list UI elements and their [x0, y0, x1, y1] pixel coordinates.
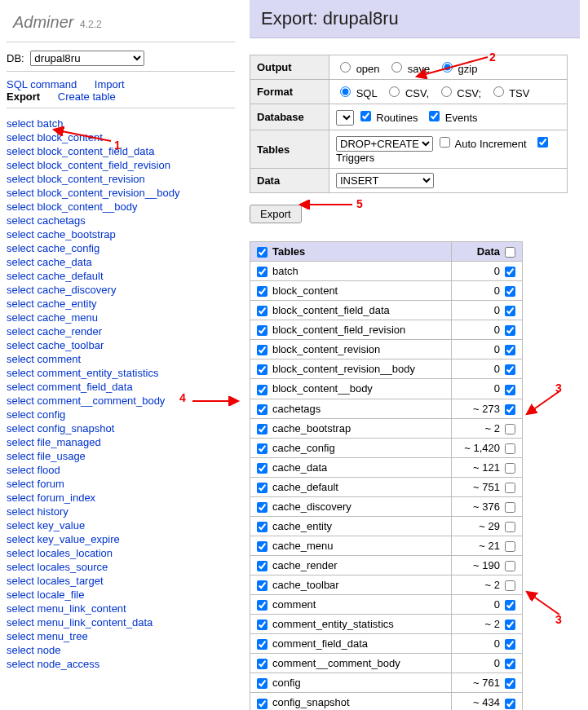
- menu-import[interactable]: Import: [95, 78, 125, 90]
- table-data-checkbox[interactable]: [505, 659, 515, 669]
- sidebar-table-link[interactable]: select block_content__body: [7, 200, 235, 214]
- table-data-checkbox[interactable]: [505, 306, 515, 316]
- format-sql[interactable]: SQL: [336, 87, 378, 99]
- output-gzip[interactable]: gzip: [438, 63, 477, 75]
- sidebar-table-link[interactable]: select block_content_revision__body: [7, 186, 235, 200]
- format-csv-semi[interactable]: CSV;: [437, 87, 481, 99]
- sidebar-table-link[interactable]: select flood: [7, 463, 235, 477]
- database-events[interactable]: Events: [426, 112, 477, 124]
- sidebar-table-link[interactable]: select menu_link_content_data: [7, 615, 235, 629]
- table-data-checkbox[interactable]: [505, 385, 515, 395]
- tables-check-all[interactable]: [257, 247, 267, 258]
- table-export-checkbox[interactable]: [257, 483, 267, 493]
- table-data-checkbox[interactable]: [505, 286, 515, 297]
- sidebar-table-link[interactable]: select menu_link_content: [7, 602, 235, 615]
- table-export-checkbox[interactable]: [257, 502, 267, 513]
- table-export-checkbox[interactable]: [257, 639, 267, 650]
- table-data-checkbox[interactable]: [505, 424, 515, 434]
- table-export-checkbox[interactable]: [257, 424, 267, 434]
- table-export-checkbox[interactable]: [257, 678, 267, 689]
- table-export-checkbox[interactable]: [257, 385, 267, 395]
- sidebar-table-link[interactable]: select locale_file: [7, 588, 235, 602]
- db-select[interactable]: drupal8ru: [30, 51, 144, 66]
- database-routines[interactable]: Routines: [357, 112, 418, 124]
- sidebar-table-link[interactable]: select block_content_field_data: [7, 144, 235, 158]
- sidebar-table-link[interactable]: select comment: [7, 352, 235, 366]
- table-export-checkbox[interactable]: [257, 463, 267, 474]
- sidebar-table-link[interactable]: select locales_source: [7, 560, 235, 574]
- table-data-checkbox[interactable]: [505, 639, 515, 650]
- sidebar-table-link[interactable]: select file_managed: [7, 435, 235, 449]
- sidebar-table-link[interactable]: select cache_data: [7, 255, 235, 269]
- sidebar-table-link[interactable]: select locales_location: [7, 546, 235, 560]
- table-data-checkbox[interactable]: [505, 600, 515, 611]
- table-export-checkbox[interactable]: [257, 364, 267, 375]
- sidebar-table-link[interactable]: select forum_index: [7, 491, 235, 505]
- sidebar-table-link[interactable]: select node_access: [7, 657, 235, 671]
- table-export-checkbox[interactable]: [257, 699, 267, 709]
- sidebar-table-link[interactable]: select block_content_field_revision: [7, 158, 235, 172]
- sidebar-table-link[interactable]: select cache_render: [7, 324, 235, 338]
- table-data-checkbox[interactable]: [505, 345, 515, 355]
- table-export-checkbox[interactable]: [257, 306, 267, 316]
- table-data-checkbox[interactable]: [505, 267, 515, 277]
- sidebar-table-link[interactable]: select comment__comment_body: [7, 394, 235, 408]
- table-export-checkbox[interactable]: [257, 267, 267, 277]
- sidebar-table-link[interactable]: select key_value_expire: [7, 532, 235, 546]
- table-export-checkbox[interactable]: [257, 620, 267, 630]
- table-data-checkbox[interactable]: [505, 443, 515, 454]
- table-data-checkbox[interactable]: [505, 483, 515, 493]
- sidebar-table-link[interactable]: select comment_entity_statistics: [7, 366, 235, 380]
- sidebar-table-link[interactable]: select history: [7, 505, 235, 518]
- sidebar-table-link[interactable]: select file_usage: [7, 449, 235, 463]
- sidebar-table-link[interactable]: select cache_toolbar: [7, 338, 235, 352]
- table-data-checkbox[interactable]: [505, 580, 515, 591]
- tables-mode-select[interactable]: DROP+CREATE: [336, 136, 433, 152]
- sidebar-table-link[interactable]: select comment_field_data: [7, 380, 235, 394]
- table-export-checkbox[interactable]: [257, 286, 267, 297]
- table-data-checkbox[interactable]: [505, 463, 515, 474]
- data-mode-select[interactable]: INSERT: [336, 173, 434, 188]
- sidebar-table-link[interactable]: select cache_default: [7, 269, 235, 283]
- output-save[interactable]: save: [387, 63, 430, 75]
- table-export-checkbox[interactable]: [257, 600, 267, 611]
- menu-export-current[interactable]: Export: [7, 90, 40, 103]
- sidebar-table-link[interactable]: select key_value: [7, 518, 235, 532]
- data-check-all[interactable]: [505, 247, 515, 258]
- sidebar-table-link[interactable]: select cache_bootstrap: [7, 227, 235, 241]
- sidebar-table-link[interactable]: select config_snapshot: [7, 421, 235, 435]
- database-mode-select[interactable]: [336, 110, 354, 126]
- sidebar-table-link[interactable]: select cachetags: [7, 214, 235, 227]
- table-export-checkbox[interactable]: [257, 541, 267, 552]
- sidebar-table-link[interactable]: select forum: [7, 477, 235, 491]
- menu-create-table[interactable]: Create table: [58, 90, 116, 103]
- sidebar-table-link[interactable]: select cache_config: [7, 241, 235, 255]
- table-data-checkbox[interactable]: [505, 502, 515, 513]
- table-data-checkbox[interactable]: [505, 699, 515, 709]
- table-data-checkbox[interactable]: [505, 678, 515, 689]
- sidebar-table-link[interactable]: select config: [7, 408, 235, 421]
- table-export-checkbox[interactable]: [257, 659, 267, 669]
- sidebar-table-link[interactable]: select block_content: [7, 130, 235, 144]
- menu-sql-command[interactable]: SQL command: [7, 78, 77, 90]
- sidebar-table-link[interactable]: select menu_tree: [7, 629, 235, 643]
- table-export-checkbox[interactable]: [257, 404, 267, 415]
- table-data-checkbox[interactable]: [505, 404, 515, 415]
- table-data-checkbox[interactable]: [505, 522, 515, 532]
- table-data-checkbox[interactable]: [505, 620, 515, 630]
- tables-auto-increment[interactable]: Auto Increment: [436, 138, 527, 150]
- table-export-checkbox[interactable]: [257, 522, 267, 532]
- table-data-checkbox[interactable]: [505, 364, 515, 375]
- sidebar-table-link[interactable]: select node: [7, 643, 235, 657]
- sidebar-table-link[interactable]: select locales_target: [7, 574, 235, 588]
- table-export-checkbox[interactable]: [257, 443, 267, 454]
- table-export-checkbox[interactable]: [257, 345, 267, 355]
- table-data-checkbox[interactable]: [505, 325, 515, 336]
- format-tsv[interactable]: TSV: [489, 87, 530, 99]
- table-export-checkbox[interactable]: [257, 580, 267, 591]
- sidebar-table-link[interactable]: select block_content_revision: [7, 172, 235, 186]
- table-export-checkbox[interactable]: [257, 325, 267, 336]
- table-export-checkbox[interactable]: [257, 561, 267, 571]
- format-csv-comma[interactable]: CSV,: [385, 87, 429, 99]
- export-button[interactable]: Export: [250, 205, 302, 223]
